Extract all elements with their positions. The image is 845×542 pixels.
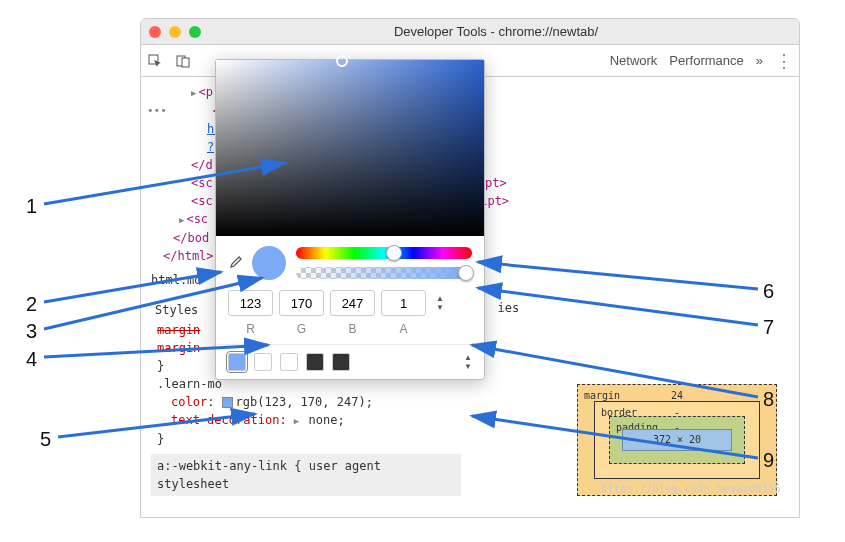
svg-line-11 bbox=[472, 416, 758, 458]
svg-line-4 bbox=[44, 272, 221, 302]
svg-line-7 bbox=[58, 414, 255, 437]
svg-line-5 bbox=[44, 278, 262, 329]
svg-line-9 bbox=[478, 288, 758, 325]
annotation-arrows bbox=[0, 0, 845, 542]
svg-line-10 bbox=[472, 345, 758, 397]
svg-line-8 bbox=[478, 262, 758, 289]
svg-line-3 bbox=[44, 163, 285, 204]
svg-line-6 bbox=[44, 345, 268, 357]
